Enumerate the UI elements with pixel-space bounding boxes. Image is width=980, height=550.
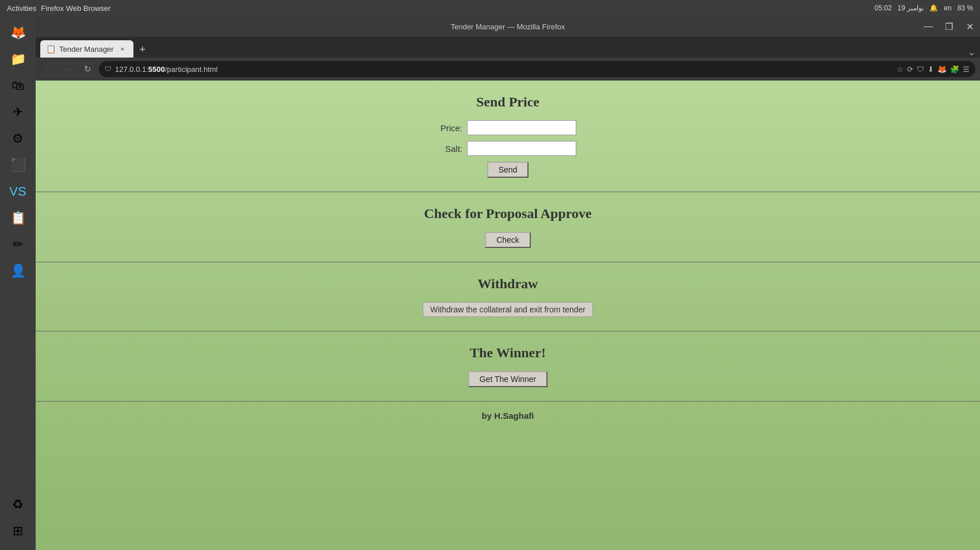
lang-indicator: en: [944, 4, 951, 12]
browser-label: Firefox Web Browser: [41, 4, 110, 13]
bell-icon: 🔔: [929, 4, 938, 12]
time-display: 05:02: [875, 4, 892, 12]
activities-label[interactable]: Activities: [7, 4, 36, 13]
battery-display: 83 %: [958, 4, 973, 12]
date-display: 19 نوامبر: [898, 4, 924, 12]
os-topbar: Activities Firefox Web Browser 05:02 19 …: [0, 0, 980, 16]
